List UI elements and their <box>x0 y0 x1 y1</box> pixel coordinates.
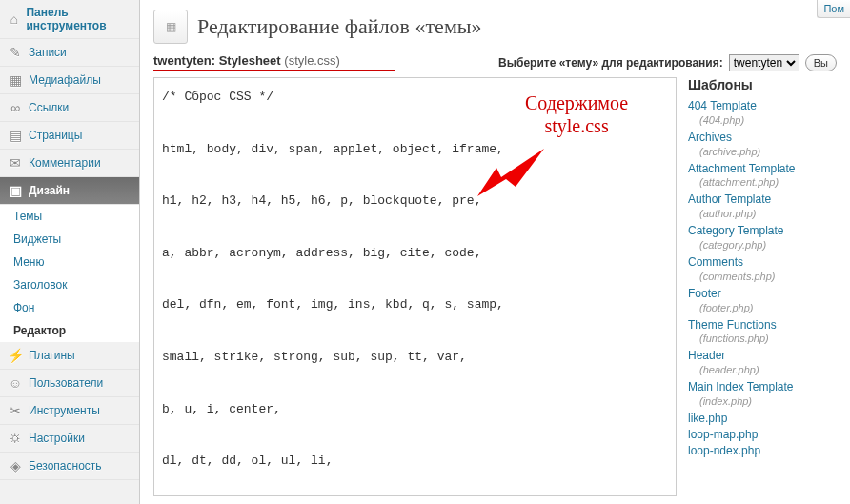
sidebar-item-dashboard[interactable]: ⌂Панель инструментов <box>0 0 139 39</box>
submenu-editor[interactable]: Редактор <box>0 319 139 342</box>
plugin-icon: ⚡ <box>8 348 23 363</box>
appearance-icon: ▣ <box>8 183 23 198</box>
template-filename: (attachment.php) <box>688 176 837 188</box>
submenu-background[interactable]: Фон <box>0 296 139 319</box>
templates-title: Шаблоны <box>688 77 837 92</box>
template-filename: (category.php) <box>688 239 837 251</box>
home-icon: ⌂ <box>8 11 20 27</box>
comment-icon: ✉ <box>8 155 23 171</box>
template-filename: (author.php) <box>688 208 837 219</box>
submenu-menus[interactable]: Меню <box>0 251 139 273</box>
annotation-underline <box>153 70 395 71</box>
tools-icon: ✂ <box>8 403 23 418</box>
sidebar-item-plugins[interactable]: ⚡Плагины <box>0 342 139 370</box>
template-link[interactable]: Category Template <box>688 223 837 239</box>
page-title: Редактирование файлов «темы» <box>197 14 482 39</box>
settings-icon: ⛭ <box>8 431 23 446</box>
template-filename: (comments.php) <box>688 271 837 282</box>
submenu-widgets[interactable]: Виджеты <box>0 228 139 251</box>
template-filename: (functions.php) <box>688 333 837 344</box>
sidebar-submenu-appearance: Темы Виджеты Меню Заголовок Фон Редактор <box>0 205 139 342</box>
media-icon: ▦ <box>8 72 23 88</box>
page-icon: ▤ <box>8 128 23 143</box>
sidebar-item-comments[interactable]: ✉Комментарии <box>0 150 139 177</box>
template-filename: (footer.php) <box>688 302 837 313</box>
template-link[interactable]: Archives <box>688 130 837 146</box>
sidebar-item-users[interactable]: ☺Пользователи <box>0 370 139 397</box>
templates-panel: Шаблоны 404 Template(404.php)Archives(ar… <box>688 77 837 499</box>
template-link[interactable]: 404 Template <box>688 98 837 114</box>
code-editor[interactable]: /* Сброс CSS */ html, body, div, span, a… <box>153 77 677 496</box>
sidebar-item-appearance[interactable]: ▣Дизайн <box>0 177 139 205</box>
admin-sidebar: ⌂Панель инструментов ✎Записи ▦Медиафайлы… <box>0 0 140 504</box>
template-link[interactable]: like.php <box>688 411 837 427</box>
pin-icon: ✎ <box>8 45 23 60</box>
template-link[interactable]: Author Template <box>688 192 837 208</box>
sidebar-item-media[interactable]: ▦Медиафайлы <box>0 67 139 94</box>
help-tab[interactable]: Пом <box>817 0 850 18</box>
template-filename: (archive.php) <box>688 146 837 157</box>
sidebar-item-security[interactable]: ◈Безопасность <box>0 453 139 480</box>
users-icon: ☺ <box>8 375 23 391</box>
template-filename: (index.php) <box>688 395 837 407</box>
theme-select[interactable]: twentyten <box>729 54 799 71</box>
sidebar-item-posts[interactable]: ✎Записи <box>0 39 139 67</box>
template-link[interactable]: Header <box>688 348 837 364</box>
link-icon: ∞ <box>8 100 23 115</box>
shield-icon: ◈ <box>8 458 23 474</box>
current-file-label: twentyten: Stylesheet (style.css) <box>153 53 395 68</box>
sidebar-item-pages[interactable]: ▤Страницы <box>0 122 139 150</box>
submenu-header[interactable]: Заголовок <box>0 273 139 296</box>
main-content: Пом ▦ Редактирование файлов «темы» twent… <box>140 0 850 504</box>
template-link[interactable]: loop-map.php <box>688 427 837 443</box>
template-link[interactable]: Footer <box>688 286 837 302</box>
sidebar-item-tools[interactable]: ✂Инструменты <box>0 397 139 425</box>
template-link[interactable]: Main Index Template <box>688 379 837 395</box>
template-link[interactable]: loop-ndex.php <box>688 443 837 459</box>
template-link[interactable]: Attachment Template <box>688 161 837 177</box>
template-filename: (404.php) <box>688 114 837 126</box>
template-link[interactable]: Theme Functions <box>688 317 837 333</box>
sidebar-item-links[interactable]: ∞Ссылки <box>0 94 139 122</box>
sidebar-item-settings[interactable]: ⛭Настройки <box>0 425 139 453</box>
submenu-themes[interactable]: Темы <box>0 205 139 228</box>
template-link[interactable]: Comments <box>688 254 837 271</box>
theme-selector-row: Выберите «тему» для редактирования: twen… <box>498 54 837 71</box>
page-header-icon: ▦ <box>153 10 188 44</box>
template-filename: (header.php) <box>688 364 837 375</box>
theme-select-button[interactable]: Вы <box>805 54 837 71</box>
theme-selector-label: Выберите «тему» для редактирования: <box>498 56 723 70</box>
